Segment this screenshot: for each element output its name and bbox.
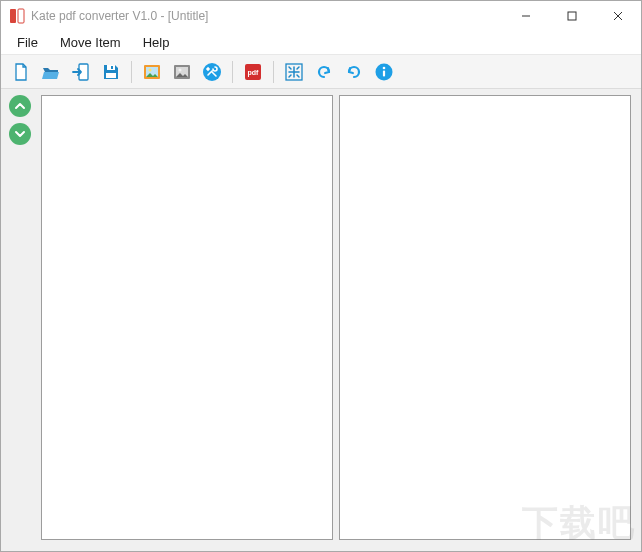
svg-rect-1 xyxy=(18,9,24,23)
document-icon xyxy=(11,62,31,82)
redo-icon xyxy=(344,62,364,82)
maximize-button[interactable] xyxy=(549,1,595,31)
image-color-button[interactable] xyxy=(138,58,166,86)
svg-rect-9 xyxy=(106,73,116,78)
svg-point-15 xyxy=(179,68,182,71)
menu-help[interactable]: Help xyxy=(133,32,180,53)
info-button[interactable] xyxy=(370,58,398,86)
save-icon xyxy=(101,62,121,82)
close-button[interactable] xyxy=(595,1,641,31)
menubar: File Move Item Help xyxy=(1,31,641,55)
chevron-up-icon xyxy=(14,100,26,112)
fit-screen-button[interactable] xyxy=(280,58,308,86)
toolbar-separator xyxy=(273,61,274,83)
svg-point-12 xyxy=(149,68,152,71)
svg-rect-3 xyxy=(568,12,576,20)
side-rail xyxy=(1,89,39,550)
titlebar: Kate pdf converter V1.0 - [Untitle] xyxy=(1,1,641,31)
picture-gray-icon xyxy=(172,62,192,82)
tools-icon xyxy=(202,62,222,82)
left-pane[interactable] xyxy=(41,95,333,540)
panes xyxy=(39,89,641,550)
toolbar-separator xyxy=(131,61,132,83)
menu-file[interactable]: File xyxy=(7,32,48,53)
move-down-button[interactable] xyxy=(9,123,31,145)
svg-rect-22 xyxy=(383,70,385,76)
save-button[interactable] xyxy=(97,58,125,86)
picture-color-icon xyxy=(142,62,162,82)
svg-rect-8 xyxy=(111,66,113,69)
image-gray-button[interactable] xyxy=(168,58,196,86)
chevron-down-icon xyxy=(14,128,26,140)
svg-rect-0 xyxy=(10,9,16,23)
new-file-button[interactable] xyxy=(7,58,35,86)
import-icon xyxy=(71,62,91,82)
folder-open-icon xyxy=(41,62,61,82)
undo-button[interactable] xyxy=(310,58,338,86)
info-icon xyxy=(374,62,394,82)
import-button[interactable] xyxy=(67,58,95,86)
window-controls xyxy=(503,1,641,31)
svg-text:pdf: pdf xyxy=(248,69,260,77)
pdf-icon: pdf xyxy=(243,62,263,82)
window-title: Kate pdf converter V1.0 - [Untitle] xyxy=(31,9,208,23)
workarea xyxy=(1,89,641,550)
right-pane[interactable] xyxy=(339,95,631,540)
svg-point-21 xyxy=(383,66,386,69)
pdf-button[interactable]: pdf xyxy=(239,58,267,86)
undo-icon xyxy=(314,62,334,82)
minimize-button[interactable] xyxy=(503,1,549,31)
toolbar: pdf xyxy=(1,55,641,89)
move-up-button[interactable] xyxy=(9,95,31,117)
toolbar-separator xyxy=(232,61,233,83)
menu-move-item[interactable]: Move Item xyxy=(50,32,131,53)
redo-button[interactable] xyxy=(340,58,368,86)
open-file-button[interactable] xyxy=(37,58,65,86)
settings-button[interactable] xyxy=(198,58,226,86)
expand-icon xyxy=(284,62,304,82)
app-icon xyxy=(9,8,25,24)
